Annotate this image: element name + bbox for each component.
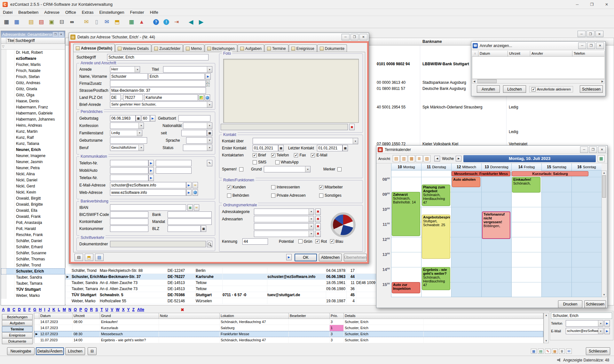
photo-path-input[interactable] [221, 124, 348, 130]
neueingabe-button[interactable]: Neueingabe [7, 347, 35, 355]
view-tab[interactable]: Termine [2, 326, 33, 332]
calendar-picker-icon[interactable]: ▦ [136, 115, 141, 122]
alphabet-letter[interactable]: L [58, 307, 60, 312]
letzter-kontakt-input[interactable] [317, 145, 342, 151]
details-aendern-button[interactable]: Details/Ändern [36, 347, 64, 355]
calendar-close-icon[interactable]: ✕ [598, 146, 606, 153]
document-folder-icon[interactable]: ⬒ [85, 254, 93, 261]
panel-restore-icon[interactable]: ❐ [53, 32, 58, 37]
private-adressen-checkbox[interactable]: Private Adressen [271, 193, 319, 198]
familienstand-select[interactable]: Ledig▼ [110, 130, 142, 136]
firma-input[interactable] [110, 80, 206, 87]
edit-note-icon[interactable]: ✎ [545, 349, 551, 354]
calendar-minimize-icon[interactable]: ─ [580, 146, 588, 153]
remove-photo-icon[interactable]: ✖ [349, 124, 355, 130]
column-header[interactable]: Uhrzeit [508, 51, 530, 57]
calendar-event[interactable]: Auto zur Inspektion [392, 282, 420, 293]
alphabet-letter[interactable]: S [95, 307, 98, 312]
column-header[interactable]: Telefon [572, 51, 605, 57]
column-header-suchbegriff[interactable]: Suchbegriff [14, 38, 65, 44]
scroll-down-icon[interactable]: ▼ [545, 339, 547, 343]
drucken-button[interactable]: Drucken [558, 300, 582, 308]
list-item[interactable]: Neuner, Erich [1, 147, 65, 153]
telefax-input[interactable] [110, 175, 148, 181]
send-email-icon[interactable]: ▶ [604, 328, 610, 334]
schedule-icon[interactable]: ▦ [127, 17, 136, 27]
export-folder-icon[interactable]: ⬒ [112, 17, 122, 27]
anrufer-h-scrollbar[interactable]: ◀ ▶ [472, 79, 605, 83]
alphabet-letter[interactable]: T [100, 307, 103, 312]
list-item[interactable]: Tauber, Sandra [1, 274, 65, 281]
details-tab[interactable]: Ereignisse [289, 44, 317, 52]
list-item[interactable]: Poll, Anastasija [1, 220, 65, 226]
list-item[interactable]: Götz, Olga [1, 92, 65, 98]
fax-icon[interactable]: ▶ [148, 175, 154, 181]
day-header[interactable]: 14Freitag [511, 163, 541, 170]
goto-today-icon[interactable]: ▦ [598, 155, 605, 162]
beruf-select[interactable]: Geschäftsführer▼ [110, 145, 144, 151]
termine-row[interactable]: 14.07.2023 08:00 Einkaufen! Schönaich, H… [34, 319, 543, 325]
calendar-event[interactable]: ZahnarztSchönaich, Bahnhofstr. 14 [392, 192, 420, 236]
close-icon[interactable]: ✕ [599, 0, 614, 9]
blz-input[interactable] [168, 226, 201, 232]
column-header[interactable]: Bearbeiter [289, 313, 330, 319]
adressart-select[interactable]: ▼ [254, 216, 314, 222]
email-input[interactable] [110, 182, 186, 188]
sperren-checkbox[interactable] [239, 167, 243, 171]
suchbegriff-input[interactable] [107, 54, 209, 60]
geburtsname-input[interactable] [110, 137, 147, 144]
dialog-close-icon[interactable]: ✕ [359, 34, 367, 40]
list-small-icon[interactable]: ≣ [559, 349, 565, 354]
sonstiges-checkbox[interactable]: Sonstiges [319, 193, 342, 198]
globe-icon[interactable] [193, 189, 198, 196]
day-header[interactable]: 15Samstag [541, 163, 571, 170]
grund-select[interactable]: ▼ [264, 166, 311, 172]
list-item[interactable]: Schäfer, Erhard [1, 244, 65, 250]
calendar-event[interactable]: Auto abholen [452, 177, 480, 187]
mail-small-icon[interactable]: ✉ [566, 349, 572, 354]
alphabet-letter[interactable]: O [74, 307, 77, 312]
column-header[interactable]: Grund [100, 313, 159, 319]
details-tab[interactable]: Adresse (Details) [73, 44, 115, 52]
kontoinhaber-input[interactable] [110, 218, 148, 225]
alphabet-letter[interactable]: V [111, 307, 113, 312]
dialog-titlebar[interactable]: ☎ Anrufer anzeigen... ─ ❐ ✕ [471, 42, 605, 50]
anrufer-list[interactable] [472, 57, 605, 79]
new-address-icon[interactable]: ▤ [26, 17, 36, 27]
list-item[interactable]: Schäfer, Thomas [1, 256, 65, 262]
calendar-restore-icon[interactable]: ❐ [589, 146, 597, 153]
map-icon[interactable] [199, 94, 204, 101]
globe-icon[interactable] [205, 94, 210, 101]
list-item[interactable]: Neuner, Petra [1, 165, 65, 171]
strasse-input[interactable] [110, 87, 206, 94]
alphabet-letter[interactable]: G [33, 307, 36, 312]
list-item[interactable]: Oswald, Frank [1, 214, 65, 220]
loeschen-button[interactable]: Löschen [65, 347, 85, 355]
adressart-select[interactable]: ▼ [254, 231, 314, 237]
details-tab[interactable]: Termine [264, 44, 288, 52]
list-item[interactable]: Nickl, Alina [1, 171, 65, 177]
day-header[interactable]: 12Mittwoch [451, 163, 481, 170]
list-item[interactable]: Nickl, Gerd [1, 183, 65, 189]
minimize-icon[interactable]: ─ [570, 0, 585, 9]
nationalitaet-select[interactable]: ▼ [183, 123, 212, 129]
print-termine-icon[interactable]: ⊟ [88, 347, 97, 355]
edit-address-icon[interactable]: ▤ [36, 17, 46, 27]
column-header[interactable]: Prio. [330, 313, 344, 319]
alphabet-letter[interactable]: B [7, 307, 10, 312]
column-header[interactable]: Anrufer [530, 51, 572, 57]
plz-input[interactable] [123, 94, 143, 101]
view-tab[interactable]: Beziehungen [2, 314, 33, 320]
alphabet-letter[interactable]: Alle [137, 307, 144, 312]
blz-lookup-icon[interactable]: ▦ [201, 226, 206, 232]
scroll-thumb[interactable] [602, 175, 606, 198]
gruen-checkbox[interactable]: Grün [298, 239, 312, 244]
view-cards-icon[interactable]: ▤ [538, 349, 544, 354]
konfession-select[interactable]: ▼ [110, 123, 144, 129]
alphabet-letter[interactable]: N [68, 307, 71, 312]
bank-grid-icon[interactable]: ▦ [187, 204, 193, 211]
termine-row[interactable]: 11.07.2023 14:00 Ergebnis - wie geht's w… [34, 337, 543, 343]
menu-item[interactable]: Bearbeiten [15, 9, 41, 16]
anrede-select[interactable]: Herr▼ [110, 66, 140, 73]
envelope-icon[interactable]: ✉ [193, 182, 198, 188]
